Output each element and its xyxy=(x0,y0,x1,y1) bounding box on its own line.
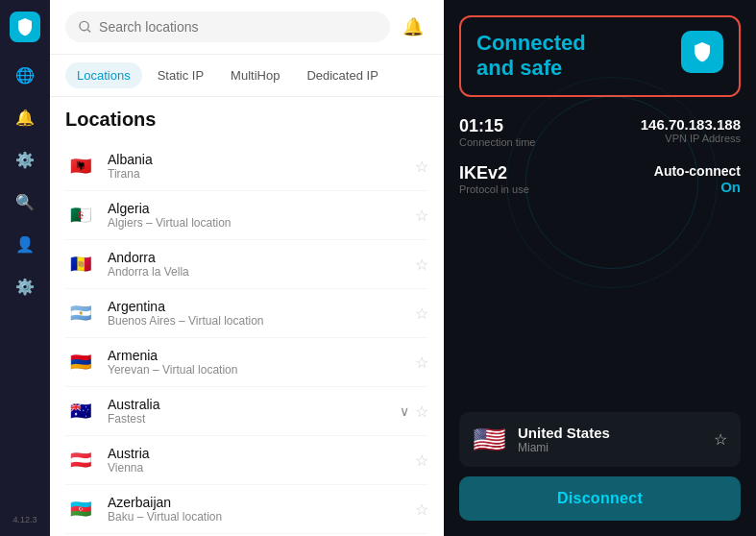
location-info: Azerbaijan Baku – Virtual location xyxy=(108,495,415,524)
vpn-ip-value: 146.70.183.188 xyxy=(604,116,742,133)
location-name: Algeria xyxy=(108,201,415,216)
location-sub: Fastest xyxy=(108,412,400,426)
connection-time-stat: 01:15 Connection time xyxy=(459,116,597,148)
protocol-value: IKEv2 xyxy=(459,163,597,183)
location-sub: Buenos Aires – Virtual location xyxy=(108,314,415,328)
current-location-info: United States Miami xyxy=(518,425,714,454)
location-name: Armenia xyxy=(108,348,415,363)
location-name: Australia xyxy=(108,397,400,412)
list-item[interactable]: 🇦🇷 Argentina Buenos Aires – Virtual loca… xyxy=(65,289,428,338)
list-item[interactable]: 🇦🇹 Austria Vienna ☆ xyxy=(65,436,428,485)
sidebar-item-profile[interactable]: 👤 xyxy=(8,227,42,261)
list-item[interactable]: 🇦🇩 Andorra Andorra la Vella ☆ xyxy=(65,240,428,289)
location-flag: 🇦🇹 xyxy=(65,449,96,472)
locations-list: Locations 🇦🇱 Albania Tirana ☆ 🇩🇿 Algeria… xyxy=(50,97,444,536)
locations-panel: 🔔 Locations Static IP MultiHop Dedicated… xyxy=(50,0,444,536)
favorite-icon[interactable]: ☆ xyxy=(415,353,428,372)
sidebar-item-settings[interactable]: ⚙️ xyxy=(8,142,42,177)
favorite-icon[interactable]: ☆ xyxy=(415,207,428,225)
connection-time-value: 01:15 xyxy=(459,116,597,136)
search-bar: 🔔 xyxy=(50,0,444,55)
location-name: Austria xyxy=(108,446,415,461)
locations-heading: Locations xyxy=(65,109,428,131)
tab-multihop[interactable]: MultiHop xyxy=(219,62,291,88)
location-actions: ☆ xyxy=(415,256,428,274)
app-version: 4.12.3 xyxy=(12,515,37,524)
sidebar-item-search[interactable]: 🔍 xyxy=(8,184,42,219)
auto-connect-label: Auto-connect xyxy=(604,163,742,179)
svg-line-1 xyxy=(87,30,90,33)
current-location-flag: 🇺🇸 xyxy=(473,424,506,455)
favorite-icon[interactable]: ☆ xyxy=(415,500,428,519)
location-flag: 🇦🇱 xyxy=(65,155,96,178)
location-info: Algeria Algiers – Virtual location xyxy=(108,201,415,230)
list-item[interactable]: 🇦🇺 Australia Fastest ∨ ☆ xyxy=(65,387,428,436)
list-item[interactable]: 🇦🇱 Albania Tirana ☆ xyxy=(65,142,428,191)
location-sub: Baku – Virtual location xyxy=(108,510,415,524)
shield-connected-icon xyxy=(681,31,723,73)
location-flag: 🇦🇲 xyxy=(65,351,96,374)
sidebar-item-gear[interactable]: ⚙️ xyxy=(8,269,42,304)
favorite-icon[interactable]: ☆ xyxy=(415,402,428,421)
location-actions: ∨ ☆ xyxy=(400,402,428,421)
search-input-wrapper[interactable] xyxy=(65,12,390,42)
tab-locations[interactable]: Locations xyxy=(65,62,142,88)
list-item[interactable]: 🇦🇲 Armenia Yerevan – Virtual location ☆ xyxy=(65,338,428,387)
location-flag: 🇦🇩 xyxy=(65,253,96,276)
current-location-sub: Miami xyxy=(518,441,714,454)
search-icon xyxy=(79,20,91,34)
sidebar-item-alert[interactable]: 🔔 xyxy=(8,100,42,134)
auto-connect-value: On xyxy=(604,179,742,195)
location-info: Argentina Buenos Aires – Virtual locatio… xyxy=(108,299,415,328)
favorite-location-icon[interactable]: ☆ xyxy=(714,430,727,449)
location-sub: Yerevan – Virtual location xyxy=(108,363,415,377)
location-flag: 🇦🇿 xyxy=(65,498,96,521)
location-actions: ☆ xyxy=(415,451,428,470)
favorite-icon[interactable]: ☆ xyxy=(415,256,428,274)
tab-static-ip[interactable]: Static IP xyxy=(146,62,215,88)
svg-point-0 xyxy=(80,21,88,30)
disconnect-button[interactable]: Disconnect xyxy=(459,476,741,521)
favorite-icon[interactable]: ☆ xyxy=(415,305,428,323)
current-location-display[interactable]: 🇺🇸 United States Miami ☆ xyxy=(459,412,741,467)
location-actions: ☆ xyxy=(415,207,428,225)
auto-connect-stat: Auto-connect On xyxy=(604,163,742,195)
location-name: Argentina xyxy=(108,299,415,314)
location-actions: ☆ xyxy=(415,158,428,176)
favorite-icon[interactable]: ☆ xyxy=(415,158,428,176)
location-sub: Tirana xyxy=(108,167,415,181)
connected-status-text: Connected and safe xyxy=(476,31,586,82)
location-sub: Algiers – Virtual location xyxy=(108,216,415,230)
location-info: Andorra Andorra la Vella xyxy=(108,250,415,279)
connected-line2: and safe xyxy=(476,56,586,81)
location-flag: 🇩🇿 xyxy=(65,204,96,227)
current-location-name: United States xyxy=(518,425,714,441)
connection-status-card: Connected and safe xyxy=(459,15,741,97)
protocol-label: Protocol in use xyxy=(459,183,597,195)
expand-icon[interactable]: ∨ xyxy=(400,403,409,419)
sidebar-item-globe[interactable]: 🌐 xyxy=(8,58,42,92)
location-actions: ☆ xyxy=(415,353,428,372)
connected-line1: Connected xyxy=(476,31,586,56)
list-item[interactable]: 🇦🇿 Azerbaijan Baku – Virtual location ☆ xyxy=(65,485,428,534)
location-info: Armenia Yerevan – Virtual location xyxy=(108,348,415,377)
tab-dedicated-ip[interactable]: Dedicated IP xyxy=(295,62,389,88)
sidebar: 🌐 🔔 ⚙️ 🔍 👤 ⚙️ 4.12.3 xyxy=(0,0,50,536)
notification-bell-icon[interactable]: 🔔 xyxy=(398,12,428,42)
location-flag: 🇦🇺 xyxy=(65,400,96,423)
tab-bar: Locations Static IP MultiHop Dedicated I… xyxy=(50,55,444,97)
location-actions: ☆ xyxy=(415,305,428,323)
list-item[interactable]: 🇩🇿 Algeria Algiers – Virtual location ☆ xyxy=(65,191,428,240)
favorite-icon[interactable]: ☆ xyxy=(415,451,428,470)
vpn-status-panel: Connected and safe 01:15 Connection time… xyxy=(444,0,756,536)
search-input[interactable] xyxy=(99,19,377,35)
location-info: Australia Fastest xyxy=(108,397,400,426)
stats-grid: 01:15 Connection time 146.70.183.188 VPN… xyxy=(459,116,741,195)
location-actions: ☆ xyxy=(415,500,428,519)
protocol-stat: IKEv2 Protocol in use xyxy=(459,163,597,195)
location-sub: Vienna xyxy=(108,461,415,475)
connection-time-label: Connection time xyxy=(459,136,597,148)
location-sub: Andorra la Vella xyxy=(108,265,415,279)
location-info: Austria Vienna xyxy=(108,446,415,475)
bottom-section: 🇺🇸 United States Miami ☆ Disconnect xyxy=(459,412,741,521)
